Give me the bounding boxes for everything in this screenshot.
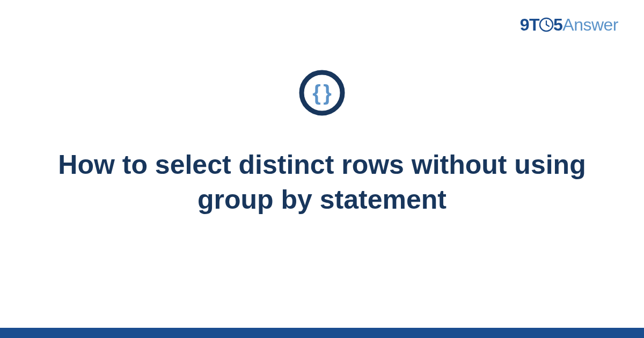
svg-point-3 [302,72,342,113]
logo-part-nine: 9 [520,15,529,34]
svg-text:{: { [312,81,321,105]
svg-text:}: } [323,81,332,105]
logo-part-answer: Answer [562,15,618,34]
page-title: How to select distinct rows without usin… [0,148,644,217]
logo-part-five: 5 [553,15,562,34]
footer-accent-bar [0,328,644,338]
site-logo: 9T 5Answer [520,15,618,35]
clock-icon [539,17,554,32]
logo-part-t: T [529,15,539,34]
braces-circle-icon: { } [299,70,345,116]
svg-line-2 [546,25,549,26]
